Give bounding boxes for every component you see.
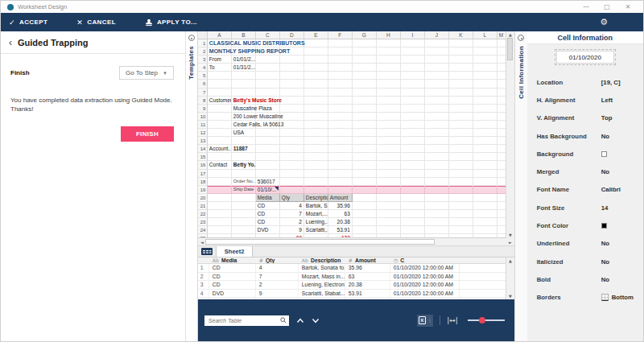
cell-F17[interactable] (328, 170, 353, 178)
cell-I2[interactable] (401, 47, 425, 56)
cell-F22[interactable]: 63 (328, 210, 353, 218)
cell-A22[interactable] (208, 210, 232, 218)
cell-J25[interactable] (425, 234, 449, 237)
cell-C25[interactable] (256, 234, 280, 237)
cell-K5[interactable] (449, 72, 473, 80)
cell-E12[interactable] (304, 129, 328, 137)
maximize-button[interactable]: □ (597, 3, 617, 10)
scroll-down-icon[interactable]: ▼ (509, 233, 512, 237)
cell-D18[interactable] (280, 178, 304, 186)
cell-M18[interactable] (497, 178, 506, 186)
search-input[interactable] (208, 318, 280, 323)
cell-J7[interactable] (425, 89, 449, 97)
close-button[interactable]: ✕ (617, 3, 638, 10)
row-header-7[interactable]: 7 (198, 89, 208, 97)
cell-G23[interactable] (353, 218, 377, 226)
cell-F8[interactable] (328, 97, 353, 105)
cell-D5[interactable] (280, 72, 304, 80)
cell-A20[interactable] (208, 194, 232, 202)
cell-A13[interactable] (208, 137, 232, 145)
cell-L24[interactable] (473, 226, 497, 234)
table-row-1[interactable]: 1CD4Bartok, Sonata fo...35.9601/10/2020 … (198, 264, 506, 273)
cell-I9[interactable] (401, 105, 425, 113)
cell-K2[interactable] (449, 47, 473, 56)
cell-J21[interactable] (425, 202, 449, 210)
cell-A10[interactable] (208, 113, 232, 121)
cell-H5[interactable] (377, 72, 401, 80)
cell-I24[interactable] (401, 226, 425, 234)
cell-J5[interactable] (425, 72, 449, 80)
cell-E18[interactable] (304, 178, 328, 186)
cell-C14[interactable] (256, 145, 280, 153)
cell-L11[interactable] (473, 121, 497, 129)
cell-B17[interactable] (232, 170, 256, 178)
cell-E16[interactable] (304, 161, 328, 169)
cell-B20[interactable] (232, 194, 256, 202)
row-header-9[interactable]: 9 (198, 105, 208, 113)
cell-M7[interactable] (497, 89, 506, 97)
cell-C3[interactable] (256, 56, 280, 64)
cell-C7[interactable] (256, 89, 280, 97)
column-header-M[interactable]: M (497, 31, 506, 39)
cell-J10[interactable] (425, 113, 449, 121)
cell-F18[interactable] (328, 178, 353, 186)
cell-G13[interactable] (353, 137, 377, 145)
cell-H18[interactable] (377, 178, 401, 186)
row-header-4[interactable]: 4 (198, 64, 208, 72)
cell-D7[interactable] (280, 89, 304, 97)
cell-L5[interactable] (473, 72, 497, 80)
cell-K13[interactable] (449, 137, 473, 145)
cell-F23[interactable]: 20.38 (328, 218, 353, 226)
cell-D12[interactable] (280, 129, 304, 137)
table-row-2[interactable]: 2CD7Mozart, Mass in...6301/10/2020 12:00… (198, 273, 506, 282)
cell-C17[interactable] (256, 170, 280, 178)
cell-A21[interactable] (208, 202, 232, 210)
finish-button[interactable]: FINISH (121, 126, 174, 142)
cell-I25[interactable] (401, 234, 425, 237)
cell-J8[interactable] (425, 97, 449, 105)
cell-date[interactable]: 01/10/2020 12:00:00 AM (390, 273, 460, 281)
cell-media[interactable]: CD (209, 273, 256, 281)
cell-G25[interactable] (353, 234, 377, 237)
cell-E3[interactable] (304, 56, 328, 64)
cell-B14[interactable]: 11887 (232, 145, 256, 153)
cell-F16[interactable] (328, 161, 353, 169)
cell-H10[interactable] (377, 113, 401, 121)
cell-K19[interactable] (449, 186, 473, 194)
next-match-button[interactable] (312, 318, 320, 323)
column-header-qty[interactable]: #Qty (256, 258, 299, 263)
cell-E21[interactable]: Bartok, S... (304, 202, 328, 210)
cell-B4[interactable]: 01/31/2... (232, 64, 256, 72)
cell-B24[interactable] (232, 226, 256, 234)
cell-M12[interactable] (497, 129, 506, 137)
gear-icon[interactable]: ⚙ (600, 17, 608, 27)
pin-icon[interactable] (518, 35, 524, 41)
cell-E17[interactable] (304, 170, 328, 178)
column-header-K[interactable]: K (449, 31, 473, 39)
cell-description[interactable]: Scarlatti, Stabat... (299, 290, 345, 298)
column-header-J[interactable]: J (425, 31, 449, 39)
cell-A24[interactable] (208, 226, 232, 234)
cell-I12[interactable] (401, 129, 425, 137)
cell-F19[interactable] (328, 186, 353, 194)
cell-H9[interactable] (377, 105, 401, 113)
cell-H25[interactable] (377, 234, 401, 237)
cell-L23[interactable] (473, 218, 497, 226)
cell-J15[interactable] (425, 153, 449, 161)
cell-H2[interactable] (377, 47, 401, 56)
cell-amount[interactable]: 53.91 (345, 290, 390, 298)
cell-E23[interactable]: Luening,... (304, 218, 328, 226)
cell-K15[interactable] (449, 153, 473, 161)
cell-C18[interactable]: 536017 (256, 178, 280, 186)
cell-H4[interactable] (377, 64, 401, 72)
cell-H1[interactable] (377, 39, 401, 47)
row-header-22[interactable]: 22 (198, 210, 208, 218)
cell-I21[interactable] (401, 202, 425, 210)
cell-M22[interactable] (497, 210, 506, 218)
cell-F6[interactable] (328, 80, 353, 88)
column-header-G[interactable]: G (353, 31, 377, 39)
cell-E9[interactable] (304, 105, 328, 113)
cell-J9[interactable] (425, 105, 449, 113)
cell-F24[interactable]: 53.91 (328, 226, 353, 234)
cell-K10[interactable] (449, 113, 473, 121)
